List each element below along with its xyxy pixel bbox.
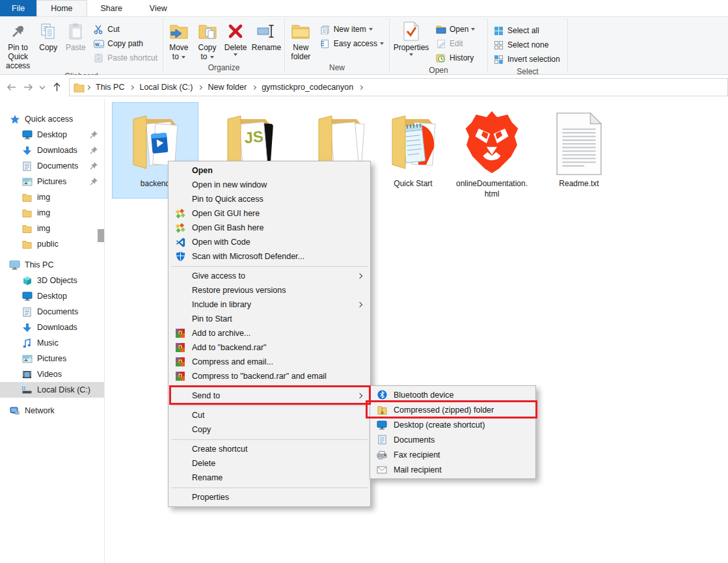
sidebar-item-pictures-pinned[interactable]: Pictures [0, 174, 104, 189]
menu-separator [171, 405, 368, 406]
menu-item-create-shortcut[interactable]: Create shortcut [169, 442, 370, 456]
menu-item-cut[interactable]: Cut [169, 408, 370, 422]
breadcrumb-local-disk[interactable]: Local Disk (C:) [135, 83, 196, 92]
cut-button[interactable]: Cut [89, 22, 161, 36]
sidebar-scrollbar-thumb[interactable] [98, 229, 104, 242]
history-button[interactable]: History [431, 51, 479, 65]
dropdown-arrow-icon [234, 53, 237, 56]
submenu-item-desktop-create-shortcut[interactable]: Desktop (create shortcut) [370, 417, 535, 432]
move-to-button[interactable]: Move to [165, 18, 193, 62]
menu-item-compress-and-email[interactable]: Compress and email... [169, 355, 370, 369]
menu-item-properties[interactable]: Properties [169, 490, 370, 504]
breadcrumb-gymstickpro[interactable]: gymstickpro_codecanyon [258, 83, 357, 92]
sidebar-label: This PC [25, 260, 53, 269]
forward-button[interactable] [20, 79, 36, 96]
file-item-readme[interactable]: Readme.txt [543, 103, 615, 207]
pin-icon [90, 146, 98, 154]
rename-button[interactable]: Rename [250, 18, 283, 53]
paste-shortcut-button[interactable]: Paste shortcut [89, 51, 161, 65]
breadcrumb-this-pc[interactable]: This PC [92, 83, 128, 92]
back-button[interactable] [3, 79, 20, 96]
menu-item-copy[interactable]: Copy [169, 422, 370, 437]
breadcrumb-new-folder[interactable]: New folder [204, 83, 250, 92]
submenu-item-fax-recipient[interactable]: Fax recipient [370, 447, 535, 462]
sidebar-item-network[interactable]: Network [0, 403, 104, 419]
sidebar-item-this-pc[interactable]: This PC [0, 257, 104, 273]
no-icon [173, 285, 187, 296]
sidebar-item-downloads-pinned[interactable]: Downloads [0, 143, 104, 158]
documents-icon [375, 434, 389, 445]
delete-button[interactable]: Delete [221, 18, 250, 57]
copy-path-label: Copy path [107, 39, 143, 48]
menu-item-pin-to-start[interactable]: Pin to Start [169, 312, 370, 326]
pictures-icon [21, 353, 33, 364]
menu-item-open-in-new-window[interactable]: Open in new window [169, 178, 370, 192]
paste-button[interactable]: Paste [62, 18, 89, 53]
menu-item-add-to-backend-rar[interactable]: Add to "backend.rar" [169, 340, 370, 355]
sidebar-item-public[interactable]: public [0, 236, 104, 252]
edit-button[interactable]: Edit [431, 36, 479, 51]
recent-locations-button[interactable] [36, 79, 48, 96]
menu-item-open[interactable]: Open [169, 163, 370, 178]
submenu-item-mail-recipient[interactable]: Mail recipient [370, 462, 535, 477]
menu-item-open-git-bash-here[interactable]: Open Git Bash here [169, 221, 370, 235]
sidebar-item-pictures[interactable]: Pictures [0, 351, 104, 366]
sidebar-item-music[interactable]: Music [0, 335, 104, 351]
sidebar-item-local-disk-c[interactable]: Local Disk (C:) [0, 382, 104, 398]
this-pc-icon [9, 260, 20, 270]
menu-item-restore-previous-versions[interactable]: Restore previous versions [169, 283, 370, 297]
menu-item-compress-to-backend-rar-and-email[interactable]: Compress to "backend.rar" and email [169, 369, 370, 383]
copy-path-button[interactable]: W... Copy path [89, 36, 161, 51]
easy-access-button[interactable]: Easy access [316, 36, 388, 51]
winrar-icon [173, 357, 187, 368]
menu-item-delete[interactable]: Delete [169, 456, 370, 471]
sidebar-item-documents-pinned[interactable]: Documents [0, 158, 104, 174]
menu-item-scan-with-defender[interactable]: Scan with Microsoft Defender... [169, 249, 370, 264]
menu-item-pin-to-quick-access[interactable]: Pin to Quick access [169, 192, 370, 206]
tab-share[interactable]: Share [87, 0, 136, 16]
pin-to-quick-access-button[interactable]: Pin to Quick access [1, 18, 34, 71]
open-button[interactable]: Open [431, 22, 479, 36]
new-group-label: New [286, 62, 388, 74]
properties-button[interactable]: Properties [391, 18, 431, 57]
copy-icon [37, 20, 59, 42]
new-item-button[interactable]: New item [316, 22, 388, 36]
copy-button[interactable]: Copy [34, 18, 62, 53]
menu-item-add-to-archive[interactable]: Add to archive... [169, 326, 370, 340]
sidebar-item-img-3[interactable]: img [0, 221, 104, 236]
select-none-button[interactable]: Select none [489, 38, 564, 52]
file-item-quick-start[interactable]: Quick Start [377, 103, 449, 207]
menu-item-give-access-to[interactable]: Give access to [169, 269, 370, 283]
menu-item-rename[interactable]: Rename [169, 471, 370, 485]
menu-item-include-in-library[interactable]: Include in library [169, 297, 370, 312]
sidebar-item-documents[interactable]: Documents [0, 304, 104, 320]
ribbon: Pin to Quick access Copy Paste [0, 17, 728, 75]
up-button[interactable] [48, 79, 65, 96]
menu-item-open-with-code[interactable]: Open with Code [169, 235, 370, 249]
new-folder-button[interactable]: New folder [286, 18, 316, 62]
hard-disk-icon [21, 385, 33, 395]
sidebar-item-videos[interactable]: Videos [0, 366, 104, 382]
sidebar-item-desktop-pinned[interactable]: Desktop [0, 127, 104, 143]
new-folder-icon [290, 20, 312, 42]
invert-selection-button[interactable]: Invert selection [489, 52, 564, 66]
submenu-item-documents[interactable]: Documents [370, 432, 535, 447]
sidebar-item-desktop[interactable]: Desktop [0, 288, 104, 304]
sidebar-item-img-2[interactable]: img [0, 205, 104, 221]
sidebar-item-3d-objects[interactable]: 3D Objects [0, 273, 104, 288]
downloads-icon [21, 322, 33, 333]
tab-file[interactable]: File [0, 0, 36, 16]
chevron-right-icon [358, 85, 363, 89]
tab-view[interactable]: View [136, 0, 181, 16]
tab-home[interactable]: Home [36, 0, 87, 16]
address-box[interactable]: This PC Local Disk (C:) New folder gymst… [69, 78, 728, 96]
music-note-icon [21, 338, 33, 348]
sidebar-item-downloads[interactable]: Downloads [0, 320, 104, 335]
file-explorer-window: File Home Share View Pin to Quick access… [0, 0, 728, 563]
menu-item-open-git-gui-here[interactable]: Open Git GUI here [169, 206, 370, 221]
sidebar-item-quick-access[interactable]: Quick access [0, 111, 104, 127]
select-all-button[interactable]: Select all [489, 23, 564, 38]
copy-to-button[interactable]: Copy to [193, 18, 222, 62]
sidebar-item-img-1[interactable]: img [0, 189, 104, 205]
file-item-online-documentation[interactable]: onlineDoumentation. html [455, 103, 528, 207]
